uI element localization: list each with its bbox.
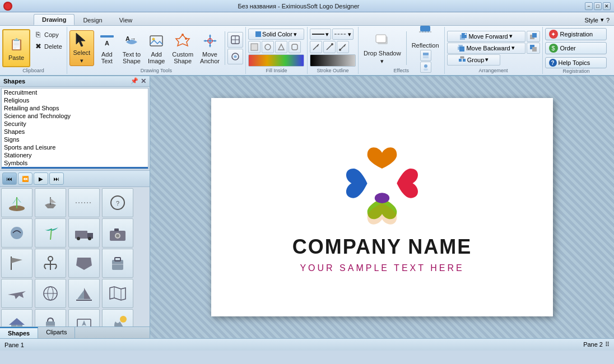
stroke-outline-label: Stroke Outline (310, 68, 356, 74)
media-prev[interactable]: ⏪ (18, 172, 32, 185)
svg-point-30 (339, 49, 341, 51)
stroke-btn-4[interactable] (323, 41, 336, 53)
shape-item-anchor[interactable] (35, 249, 66, 278)
move-anchor-button[interactable]: Move Anchor (197, 30, 222, 66)
group-button[interactable]: Group ▾ (447, 54, 500, 66)
list-item-stationery[interactable]: Stationery (2, 151, 148, 159)
shape-item-truck[interactable] (68, 218, 100, 248)
registration-button[interactable]: ✦ Registration (545, 28, 607, 40)
shape-item-plane[interactable] (1, 279, 32, 308)
shape-item-question[interactable]: ? (102, 188, 133, 217)
delete-icon: ✖ (34, 42, 43, 51)
fill-btn-2[interactable] (262, 41, 274, 53)
sidebar-pin-icon[interactable]: 📌 (131, 77, 138, 85)
shape-item-camera[interactable] (102, 218, 133, 248)
fill-color-swatch[interactable] (248, 54, 304, 67)
shape-item-palm[interactable] (35, 218, 66, 248)
list-item-symbols[interactable]: Symbols (2, 159, 148, 167)
shape-item-bag2[interactable] (35, 309, 66, 326)
media-controls: ⏮ ⏪ ▶ ⏭ (0, 170, 150, 187)
copy-button[interactable]: ⎘ Copy (31, 29, 64, 40)
shape-item-beach[interactable] (102, 309, 133, 326)
fill-btn-1[interactable] (248, 41, 261, 53)
media-next[interactable]: ⏭ (49, 172, 64, 185)
fill-content: Solid Color ▾ (248, 28, 305, 68)
text-to-shape-label: Text to Shape (123, 51, 141, 64)
group-dd: ▾ (485, 56, 489, 63)
shape-item-badge[interactable] (68, 249, 100, 278)
shape-item-globe[interactable] (35, 279, 66, 308)
canvas-area[interactable]: COMPANY NAME YOUR SAMPLE TEXT HERE (150, 76, 614, 338)
svg-point-20 (265, 44, 271, 50)
list-item-retailing[interactable]: Retailing and Shops (2, 104, 148, 112)
tab-shapes[interactable]: Shapes (0, 327, 38, 338)
maximize-button[interactable]: □ (594, 2, 602, 10)
shape-item-bag[interactable] (1, 218, 32, 248)
svg-marker-11 (209, 45, 211, 48)
shape-item-luggage[interactable] (102, 249, 133, 278)
drawing-tools-content: Select ▾ A Add Text (69, 28, 243, 68)
stroke-color-swatch[interactable] (310, 54, 356, 67)
shape-item-sail[interactable] (68, 279, 100, 308)
fill-btn-3[interactable] (275, 41, 287, 53)
fill-btn-4[interactable] (289, 41, 301, 53)
tab-drawing[interactable]: Drawing (34, 14, 75, 25)
shape-item-map[interactable] (102, 279, 133, 308)
shape-item-flag[interactable] (1, 249, 32, 278)
minimize-button[interactable]: − (585, 2, 593, 10)
media-play[interactable]: ▶ (34, 172, 48, 185)
logo-area: COMPANY NAME YOUR SAMPLE TEXT HERE (292, 141, 472, 273)
shape-item-hut[interactable] (1, 309, 32, 326)
paste-button[interactable]: 📋 Paste (2, 29, 30, 67)
clover-logo (337, 141, 427, 231)
solid-color-btn[interactable]: Solid Color ▾ (248, 29, 304, 40)
add-image-button[interactable]: Add Image (145, 30, 168, 66)
help-topics-button[interactable]: ? Help Topics (545, 57, 607, 68)
help-icon-tab[interactable]: ? (606, 17, 610, 24)
move-forward-button[interactable]: Move Forward ▾ (447, 31, 525, 42)
list-item-religious[interactable]: Religious (2, 96, 148, 104)
add-text-button[interactable]: A Add Text (95, 30, 119, 66)
list-item-signs[interactable]: Signs (2, 136, 148, 143)
extra-tool-2[interactable] (227, 49, 243, 64)
move-forward-extra[interactable] (527, 31, 540, 42)
shapes-list[interactable]: Recruitment Religious Retailing and Shop… (1, 88, 148, 169)
reflection-btn-1[interactable] (420, 50, 431, 61)
list-item-science[interactable]: Science and Technology (2, 112, 148, 120)
select-button[interactable]: Select ▾ (69, 30, 94, 66)
custom-shape-button[interactable]: Custom Shape (169, 30, 196, 66)
stroke-btn-1[interactable]: ▾ (310, 29, 331, 40)
media-prev-start[interactable]: ⏮ (2, 172, 17, 185)
move-anchor-icon (201, 32, 219, 50)
move-backward-extra[interactable] (527, 43, 540, 54)
order-button[interactable]: $ Order (545, 42, 607, 54)
reflection-button[interactable]: Reflection (409, 30, 442, 66)
tab-view[interactable]: View (111, 15, 141, 25)
stroke-btn-5[interactable] (337, 41, 349, 53)
delete-button[interactable]: ✖ Delete (31, 41, 64, 52)
extra-tool-1[interactable] (227, 32, 243, 48)
text-to-shape-icon: A→ (123, 32, 141, 50)
shape-item-island[interactable] (1, 188, 32, 217)
stroke-btn-3[interactable] (310, 41, 322, 53)
text-to-shape-button[interactable]: A→ Text to Shape (120, 30, 143, 66)
drop-shadow-button[interactable]: Drop Shadow ▾ (361, 30, 404, 66)
list-item-travel[interactable]: Travel and Tourism (2, 167, 148, 169)
svg-rect-44 (532, 33, 537, 38)
title-controls[interactable]: − □ ✕ (585, 2, 611, 10)
list-item-recruitment[interactable]: Recruitment (2, 88, 148, 96)
move-backward-button[interactable]: Move Backward ▾ (447, 43, 525, 54)
stroke-btn-2[interactable]: ▾ (332, 29, 353, 40)
sidebar-close-btn[interactable]: ✕ (141, 77, 146, 85)
tab-cliparts[interactable]: Cliparts (38, 327, 75, 338)
style-dropdown-icon[interactable]: ▾ (601, 16, 604, 24)
list-item-shapes[interactable]: Shapes (2, 128, 148, 136)
shape-item-boat[interactable] (35, 188, 66, 217)
shape-item-compass[interactable] (68, 309, 100, 326)
close-button[interactable]: ✕ (603, 2, 611, 10)
list-item-sports[interactable]: Sports and Leisure (2, 143, 148, 151)
list-item-security[interactable]: Security (2, 120, 148, 128)
style-tab-area: Style ▾ ? (584, 16, 614, 25)
shape-item-dots[interactable] (68, 188, 100, 217)
tab-design[interactable]: Design (75, 15, 110, 25)
